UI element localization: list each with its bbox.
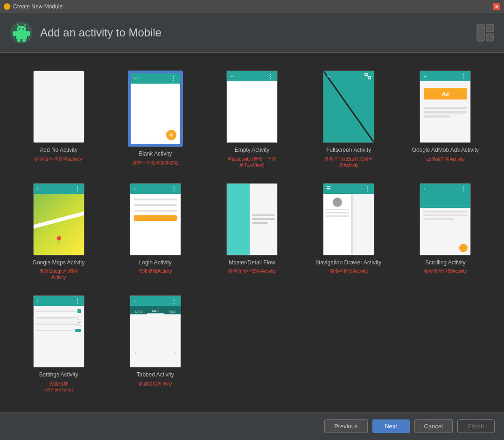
- menu-icon: ⋮: [170, 75, 177, 82]
- menu-icon: ⋮: [171, 185, 178, 192]
- detail-line-2: [252, 218, 275, 220]
- settings-row-3: [35, 321, 82, 327]
- login-mock: ← ⋮: [130, 184, 181, 255]
- settings-body: [34, 306, 84, 367]
- back-icon: ←: [133, 76, 139, 81]
- settings-row-line-3: [36, 324, 76, 325]
- back-icon: ←: [133, 298, 138, 304]
- fullscreen-mock: ←: [323, 71, 374, 142]
- maps-activity-chinese: 显示Google地图的Activity: [33, 268, 84, 280]
- scrolling-activity-preview: ← ⋮: [420, 183, 471, 255]
- activity-card-tabbed-activity[interactable]: ← ⋮ TAB1 TAB2 TAB3 ‹ › Tabbed Activity 多…: [111, 291, 200, 397]
- finish-button[interactable]: Finish: [457, 419, 495, 433]
- admob-topbar: ← ⋮: [420, 71, 470, 81]
- master-detail-chinese: 菜单详情框架的Activity: [228, 268, 276, 274]
- back-icon: ←: [36, 186, 42, 192]
- expand-icon: [364, 73, 371, 79]
- settings-checkbox-2: [77, 316, 81, 319]
- add-no-activity-preview: [33, 71, 84, 143]
- tabbed-activity-preview: ← ⋮ TAB1 TAB2 TAB3 ‹ ›: [130, 295, 181, 368]
- previous-button[interactable]: Previous: [324, 419, 368, 433]
- drawer-line-3: [326, 215, 349, 217]
- menu-icon: ⋮: [74, 297, 81, 305]
- scroll-line-1: [423, 211, 468, 213]
- settings-row-4: [35, 327, 82, 334]
- back-icon: ←: [326, 73, 331, 79]
- svg-line-17: [367, 76, 369, 77]
- title-bar: Create New Module ✕: [0, 0, 504, 13]
- settings-topbar: ← ⋮: [34, 296, 84, 306]
- scrolling-mock: ← ⋮: [420, 184, 470, 255]
- admob-activity-preview: ← ⋮ Ad: [420, 71, 471, 143]
- empty-activity-chinese: 空白activity (包含一个简单TextView): [226, 156, 278, 168]
- back-icon: ←: [133, 186, 138, 192]
- scroll-body: [420, 208, 470, 255]
- menu-icon: ⋮: [364, 185, 371, 192]
- login-line-1: [134, 199, 177, 200]
- back-icon: ←: [230, 73, 235, 79]
- admob-activity-chinese: adMod广告Activity: [426, 156, 464, 162]
- blank-activity-preview: ← ⋮ +: [130, 72, 181, 145]
- login-activity-preview: ← ⋮: [130, 183, 181, 255]
- header-left: Add an activity to Mobile: [9, 21, 161, 45]
- menu-icon: ⋮: [267, 72, 274, 80]
- maps-activity-preview: ← ⋮ 📍: [33, 183, 84, 255]
- activity-card-navigation-drawer-activity[interactable]: ☰ ⋮ Navigat: [304, 179, 393, 284]
- activity-card-empty-activity[interactable]: ← ⋮ Empty Activity 空白activity (包含一个简单Tex…: [207, 67, 296, 172]
- settings-row-1: [35, 308, 82, 314]
- settings-checkbox-3: [77, 322, 81, 326]
- ad-lines: [420, 103, 470, 123]
- no-activity-mock: [34, 71, 84, 142]
- back-icon: ←: [36, 298, 42, 304]
- dialog-footer: Previous Next Cancel Finish: [0, 412, 504, 440]
- svg-rect-2: [17, 26, 26, 32]
- menu-icon: ⋮: [74, 185, 81, 192]
- activity-card-blank-activity[interactable]: ← ⋮ + Blank Activity 携带一个悬浮菜单按钮: [111, 67, 200, 172]
- nav-drawer-preview: ☰ ⋮: [323, 183, 374, 255]
- activity-card-settings-activity[interactable]: ← ⋮: [14, 291, 103, 397]
- admob-mock: ← ⋮ Ad: [420, 71, 470, 142]
- close-button[interactable]: ✕: [493, 3, 500, 10]
- login-line-2: [134, 204, 177, 206]
- activity-card-google-admob-activity[interactable]: ← ⋮ Ad Google AdMob Ads Activity adMod广告…: [401, 67, 490, 172]
- settings-toggle: [75, 329, 81, 332]
- scrolling-topbar: ← ⋮: [420, 184, 470, 194]
- activity-card-master-detail-flow[interactable]: Master/Detail Flow 菜单详情框架的Activity: [207, 179, 296, 284]
- svg-rect-1: [16, 31, 27, 39]
- back-icon: ←: [423, 186, 428, 192]
- empty-activity-label: Empty Activity: [235, 147, 270, 154]
- activity-card-login-activity[interactable]: ← ⋮ Login Activity 登录界面Activity: [111, 179, 200, 284]
- title-bar-text: Create New Module: [13, 3, 63, 10]
- activity-card-google-maps-activity[interactable]: ← ⋮ 📍 Google Maps Activity 显示Google地图的Ac…: [14, 179, 103, 284]
- login-activity-label: Login Activity: [139, 259, 172, 267]
- nav-drawer-mock: ☰ ⋮: [323, 184, 374, 255]
- login-btn: [134, 215, 177, 221]
- next-button[interactable]: Next: [372, 419, 410, 433]
- add-no-activity-chinese: 纯净版不含任何activity: [35, 156, 82, 162]
- layout-icon: [476, 23, 495, 42]
- nav-drawer-body: [323, 194, 374, 255]
- settings-row-2: [35, 314, 82, 321]
- settings-checkbox: [77, 309, 81, 313]
- ad-line-3: [424, 115, 449, 118]
- nav-drawer-label: Navigation Drawer Activity: [316, 259, 381, 267]
- activity-card-scrolling-activity[interactable]: ← ⋮ Scrolling Activity 收缩显示框架Activity: [401, 179, 490, 284]
- tabbed-topbar: ← ⋮: [130, 296, 181, 306]
- blank-body: +: [131, 84, 180, 144]
- cancel-button[interactable]: Cancel: [414, 419, 453, 433]
- detail-panel: [250, 184, 277, 255]
- settings-activity-chinese: 设置框架（Preferences）: [33, 381, 84, 393]
- empty-activity-preview: ← ⋮: [226, 71, 278, 143]
- drawer-panel: [323, 194, 351, 255]
- settings-activity-preview: ← ⋮: [33, 295, 84, 368]
- activity-card-add-no-activity[interactable]: Add No Activity 纯净版不含任何activity: [14, 67, 103, 172]
- settings-activity-label: Settings Activity: [39, 371, 78, 379]
- settings-row-line-2: [36, 317, 76, 319]
- tabbed-tab-bar: TAB1 TAB2 TAB3: [130, 306, 181, 314]
- svg-rect-11: [477, 24, 484, 41]
- empty-activity-mock: ← ⋮: [227, 71, 277, 142]
- master-panel: [227, 184, 250, 255]
- activity-card-fullscreen-activity[interactable]: ← Fullscreen Activity 具备了TitleBar样式的全屏Ac…: [304, 67, 393, 172]
- admob-body: Ad: [420, 81, 470, 142]
- login-line-3: [134, 210, 177, 212]
